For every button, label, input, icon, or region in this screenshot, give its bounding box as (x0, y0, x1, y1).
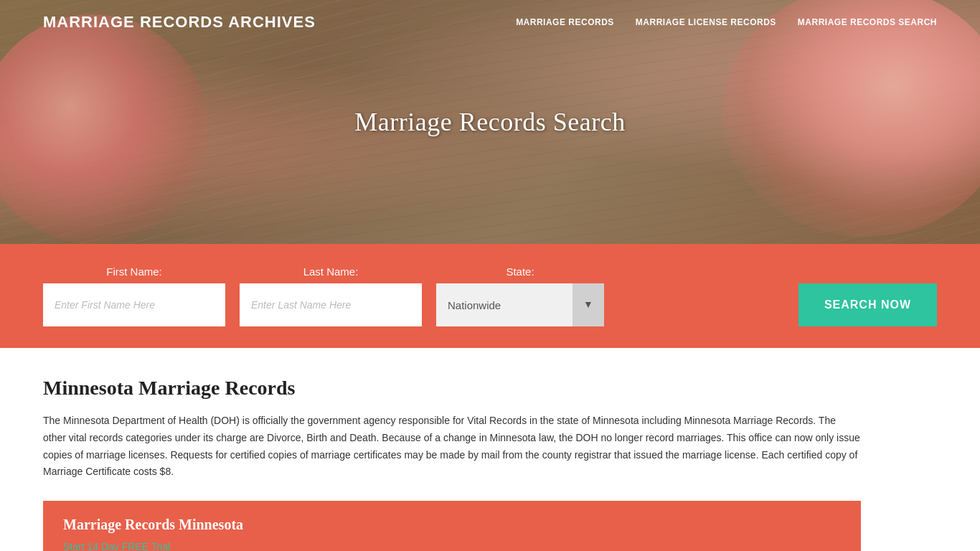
search-fields-row: First Name: Last Name: State: Nationwide… (43, 265, 784, 326)
main-body-text: The Minnesota Department of Health (DOH)… (43, 413, 861, 481)
last-name-field-group: Last Name: (240, 265, 422, 326)
search-section: First Name: Last Name: State: Nationwide… (0, 244, 980, 348)
first-name-label: First Name: (43, 265, 225, 278)
state-select[interactable]: Nationwide Alabama Alaska Arizona Arkans… (436, 283, 604, 326)
main-heading: Minnesota Marriage Records (43, 377, 861, 400)
card-box: Marriage Records Minnesota Start 14 Day … (43, 501, 861, 551)
card-free-trial-link[interactable]: Start 14 Day FREE Trial (63, 541, 170, 551)
last-name-input[interactable] (240, 283, 422, 326)
card-heading: Marriage Records Minnesota (63, 517, 841, 533)
site-header: MARRIAGE RECORDS ARCHIVES MARRIAGE RECOR… (0, 0, 980, 44)
last-name-label: Last Name: (240, 265, 422, 278)
main-nav: MARRIAGE RECORDS MARRIAGE LICENSE RECORD… (516, 17, 937, 27)
state-label: State: (436, 265, 604, 278)
main-content: Minnesota Marriage Records The Minnesota… (0, 348, 904, 551)
nav-marriage-license-records[interactable]: MARRIAGE LICENSE RECORDS (636, 17, 776, 27)
first-name-input[interactable] (43, 283, 225, 326)
hero-title: Marriage Records Search (354, 107, 625, 137)
search-now-button[interactable]: SEARCH NOW (798, 283, 937, 326)
nav-marriage-records[interactable]: MARRIAGE RECORDS (516, 17, 614, 27)
nav-marriage-records-search[interactable]: MARRIAGE RECORDS SEARCH (798, 17, 937, 27)
state-field-group: State: Nationwide Alabama Alaska Arizona… (436, 265, 604, 326)
site-title: MARRIAGE RECORDS ARCHIVES (43, 13, 316, 32)
state-select-wrapper: Nationwide Alabama Alaska Arizona Arkans… (436, 283, 604, 326)
first-name-field-group: First Name: (43, 265, 225, 326)
